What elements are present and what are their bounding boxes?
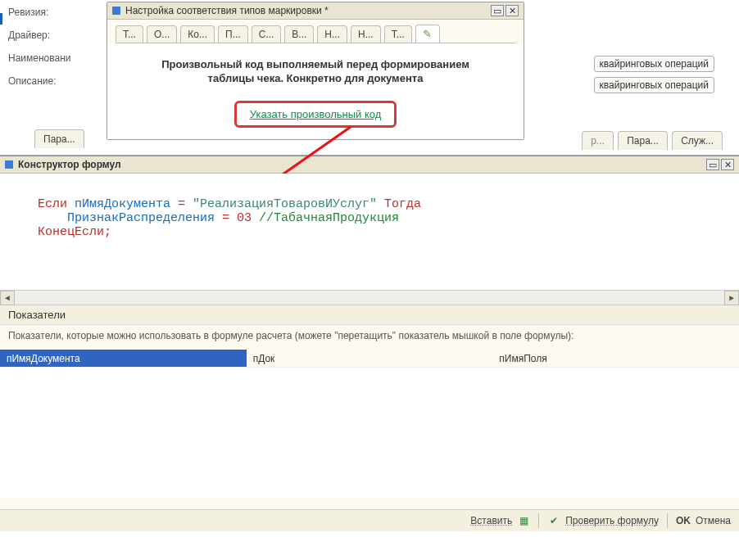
ok-button[interactable]: OK (676, 515, 691, 526)
code-content: Если пИмяДокумента = "РеализацияТоваровИ… (38, 183, 421, 253)
editor-icon (5, 160, 13, 169)
formula-editor-panel: Конструктор формул ▭ ✕ Если пИмяДокумент… (0, 156, 739, 531)
check-formula-link[interactable]: Проверить формулу (565, 515, 659, 526)
tab-4[interactable]: С... (252, 25, 282, 43)
form-left-column: аме 4238 Ревизия: Драйвер: Наименовани О… (0, 0, 107, 87)
editor-minimize-button[interactable]: ▭ (706, 159, 719, 170)
left-tab-para[interactable]: Пара... (34, 129, 84, 148)
check-icon[interactable]: ✔ (547, 514, 560, 527)
cta-highlight-box: Указать произвольный код (234, 101, 397, 128)
tab-frag-r[interactable]: р... (582, 131, 614, 150)
dialog-icon (112, 7, 120, 15)
dialog-tabs: Т... О... Ко... П... С... В... Н... Н...… (107, 20, 524, 43)
pencil-icon: ✎ (423, 28, 432, 40)
cancel-button[interactable]: Отмена (696, 515, 731, 526)
editor-footer: Вставить ▦ ✔ Проверить формулу OK Отмена (0, 509, 739, 531)
scroll-right-button[interactable]: ► (724, 291, 739, 305)
tab-7[interactable]: Н... (351, 25, 381, 43)
indicators-grid-body[interactable] (0, 367, 739, 498)
tab-8[interactable]: Т... (384, 25, 412, 43)
label-description: Описание: (8, 72, 107, 87)
minimize-button[interactable]: ▭ (491, 5, 504, 16)
dialog-titlebar[interactable]: Настройка соответствия типов маркировки … (107, 2, 524, 20)
horizontal-scrollbar[interactable]: ◄ ► (0, 290, 739, 305)
right-side-chips: квайринговых операций квайринговых опера… (594, 56, 714, 98)
indicator-col-0[interactable]: пИмяДокумента (0, 350, 247, 367)
chip-acquiring-1[interactable]: квайринговых операций (594, 56, 714, 72)
tab-custom-code[interactable]: ✎ (415, 25, 440, 43)
tab-0[interactable]: Т... (116, 25, 143, 43)
editor-title: Конструктор формул (18, 159, 705, 170)
specify-code-link[interactable]: Указать произвольный код (250, 108, 382, 120)
label-name: Наименовани (8, 49, 107, 64)
tab-6[interactable]: Н... (317, 25, 347, 43)
tab-2[interactable]: Ко... (180, 25, 215, 43)
separator-2 (667, 513, 668, 528)
tab-5[interactable]: В... (284, 25, 314, 43)
selected-number[interactable]: 4238 (0, 13, 2, 25)
scroll-left-button[interactable]: ◄ (0, 291, 15, 305)
label-driver: Драйвер: (8, 26, 107, 41)
editor-close-button[interactable]: ✕ (721, 159, 734, 170)
indicators-header-row: пИмяДокумента пДок пИмяПоля (0, 350, 739, 367)
dialog-body: Произвольный код выполняемый перед форми… (107, 43, 524, 139)
tab-sluzh[interactable]: Служ... (672, 131, 723, 150)
editor-titlebar[interactable]: Конструктор формул ▭ ✕ (0, 156, 739, 174)
indicator-col-1[interactable]: пДок (247, 350, 493, 367)
tab-para[interactable]: Пара... (618, 131, 668, 150)
right-bottom-tabs: р... Пара... Служ... (580, 131, 723, 150)
indicators-heading: Показатели (0, 305, 739, 325)
insert-link[interactable]: Вставить (470, 515, 512, 526)
tab-1[interactable]: О... (147, 25, 177, 43)
dialog-message-line1: Произвольный код выполняемый перед форми… (124, 58, 507, 72)
dialog-message-line2: таблицы чека. Конкретно для документа (124, 72, 507, 86)
indicators-subtext: Показатели, которые можно использовать в… (0, 325, 739, 350)
insert-icon[interactable]: ▦ (517, 514, 530, 527)
close-button[interactable]: ✕ (506, 5, 519, 16)
scroll-track[interactable] (15, 291, 724, 305)
tab-3[interactable]: П... (218, 25, 248, 43)
indicators-section: Показатели Показатели, которые можно исп… (0, 305, 739, 509)
indicator-col-2[interactable]: пИмяПоля (492, 350, 739, 367)
chip-acquiring-2[interactable]: квайринговых операций (594, 77, 714, 93)
code-editor[interactable]: Если пИмяДокумента = "РеализацияТоваровИ… (0, 174, 739, 305)
dialog-title: Настройка соответствия типов маркировки … (125, 5, 489, 16)
separator (538, 513, 539, 528)
label-revision: Ревизия: (8, 3, 107, 18)
marking-settings-dialog: Настройка соответствия типов маркировки … (107, 2, 524, 140)
